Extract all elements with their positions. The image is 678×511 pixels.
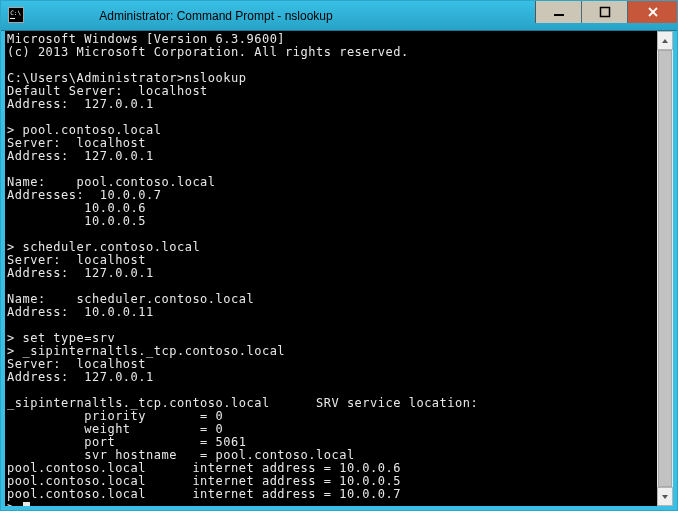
svg-marker-9 — [662, 495, 668, 499]
scrollbar-thumb[interactable] — [658, 50, 672, 487]
scroll-down-button[interactable] — [657, 487, 673, 506]
terminal-cursor — [23, 502, 30, 506]
window-title: Administrator: Command Prompt - nslookup — [99, 9, 332, 23]
svg-marker-8 — [662, 39, 668, 43]
window-frame: C:\ Administrator: Command Prompt - nslo… — [0, 0, 678, 511]
svg-rect-4 — [554, 14, 564, 16]
svg-text:C:\: C:\ — [10, 9, 21, 16]
terminal-client-area: Microsoft Windows [Version 6.3.9600] (c)… — [1, 31, 677, 510]
maximize-button[interactable] — [581, 1, 627, 23]
cmd-icon: C:\ — [8, 7, 24, 23]
scroll-up-button[interactable] — [657, 31, 673, 50]
terminal-output[interactable]: Microsoft Windows [Version 6.3.9600] (c)… — [5, 31, 657, 506]
minimize-button[interactable] — [535, 1, 581, 23]
close-button[interactable] — [627, 1, 677, 23]
vertical-scrollbar[interactable] — [657, 31, 673, 506]
svg-rect-5 — [600, 8, 609, 17]
titlebar[interactable]: C:\ Administrator: Command Prompt - nslo… — [1, 1, 677, 31]
scrollbar-track[interactable] — [657, 50, 673, 487]
window-controls — [535, 1, 677, 23]
svg-rect-3 — [10, 18, 15, 19]
